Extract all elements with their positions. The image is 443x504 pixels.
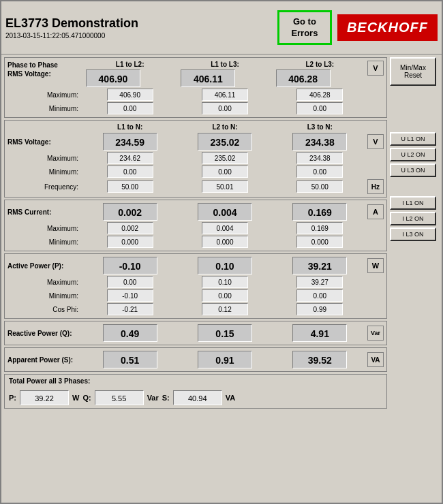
total-q-unit: Var <box>147 394 159 402</box>
p2p-col3-min: 0.00 <box>296 102 343 114</box>
apparent-power-title: Apparent Power (S): <box>7 356 82 364</box>
p2p-unit: V <box>367 61 384 76</box>
volt-col1-max: 234.62 <box>107 152 153 164</box>
rp-col3: 4.91 <box>292 324 347 342</box>
freq-unit: Hz <box>367 179 384 194</box>
volt-col2-main: 235.02 <box>198 133 252 151</box>
p2p-col3-header: L2 to L3: <box>273 61 367 68</box>
ap-col2-min: 0.00 <box>202 289 248 302</box>
volt-col2-max: 235.02 <box>202 152 248 164</box>
title-block: EL3773 Demonstration 2013-03-15-11:22:05… <box>5 16 272 40</box>
sp-unit: VA <box>367 352 384 367</box>
curr-col3-main: 0.169 <box>292 203 347 221</box>
volt-unit: V <box>367 134 384 149</box>
sp-col2: 0.91 <box>198 351 252 368</box>
beckhoff-logo: BECKHOFF <box>337 14 438 41</box>
app-title: EL3773 Demonstration <box>5 16 272 31</box>
rms-voltage-section: L1 to N: L2 to N: L3 to N: RMS Voltage: … <box>4 120 387 198</box>
p2p-col2-header: L1 to L3: <box>177 61 272 68</box>
curr-unit: A <box>367 204 384 219</box>
ap-max-label: Maximum: <box>7 279 82 286</box>
volt-col2-min: 0.00 <box>202 166 248 178</box>
ul-buttons-group: U L1 ON U L2 ON U L3 ON <box>390 132 439 177</box>
ul3-button[interactable]: U L3 ON <box>390 163 436 177</box>
ap-col3-min: 0.00 <box>296 289 343 302</box>
volt-max-label: Maximum: <box>7 155 82 162</box>
curr-col2-max: 0.004 <box>202 222 248 234</box>
ap-col3-max: 39.27 <box>296 276 343 288</box>
ul2-button[interactable]: U L2 ON <box>390 148 436 161</box>
ul1-button[interactable]: U L1 ON <box>390 132 436 146</box>
rp-col2: 0.15 <box>198 324 252 342</box>
rms-current-section: RMS Current: 0.002 0.004 0.169 A Maximum… <box>4 200 387 251</box>
volt-col1-min: 0.00 <box>107 166 153 178</box>
ap-col3-main: 39.21 <box>292 257 347 274</box>
curr-col1-min: 0.000 <box>107 236 153 248</box>
cosphi-col1: -0.21 <box>107 303 153 315</box>
rp-unit: Var <box>367 326 384 341</box>
curr-col1-main: 0.002 <box>103 203 157 221</box>
total-q-label: Q: <box>82 394 91 402</box>
freq-col1: 50.00 <box>107 180 153 193</box>
volt-col3-max: 234.38 <box>296 152 343 164</box>
freq-col2: 50.01 <box>202 180 248 193</box>
p2p-max-label: Maximum: <box>7 91 82 99</box>
volt-col3-header: L3 to N: <box>273 123 367 131</box>
cosphi-label: Cos Phi: <box>7 306 82 313</box>
p2p-col3-max: 406.28 <box>296 89 343 101</box>
total-s-unit: VA <box>226 394 235 402</box>
ap-col1-min: -0.10 <box>107 289 153 302</box>
right-panel: Min/Max Reset U L1 ON U L2 ON U L3 ON I … <box>390 57 439 500</box>
phase-to-phase-section: Phase to Phase RMS Voltage: L1 to L2: 40… <box>4 57 387 118</box>
rms-volt-title: RMS Voltage: <box>7 138 82 146</box>
active-power-section: Active Power (P): -0.10 0.10 39.21 W Max… <box>4 253 387 319</box>
header: EL3773 Demonstration 2013-03-15-11:22:05… <box>1 1 442 54</box>
content-area: Phase to Phase RMS Voltage: L1 to L2: 40… <box>1 54 442 503</box>
p2p-min-label: Minimum: <box>7 105 82 112</box>
freq-label: Frequency: <box>7 183 82 191</box>
curr-col1-max: 0.002 <box>107 222 153 234</box>
il2-button[interactable]: I L2 ON <box>390 212 436 225</box>
left-panel: Phase to Phase RMS Voltage: L1 to L2: 40… <box>4 57 387 500</box>
rp-col1: 0.49 <box>103 324 157 342</box>
curr-col2-main: 0.004 <box>198 203 252 221</box>
ap-col1-main: -0.10 <box>103 257 157 274</box>
p2p-col1-min: 0.00 <box>107 102 153 114</box>
curr-col3-min: 0.000 <box>296 236 343 248</box>
il1-button[interactable]: I L1 ON <box>390 196 436 210</box>
main-window: EL3773 Demonstration 2013-03-15-11:22:05… <box>0 0 443 504</box>
ap-unit: W <box>367 258 384 273</box>
total-p-unit: W <box>72 394 79 402</box>
p2p-col1-header: L1 to L2: <box>82 61 177 68</box>
total-s-label: S: <box>162 394 170 402</box>
p2p-col2-main: 406.11 <box>181 69 235 87</box>
rms-current-title: RMS Current: <box>7 208 82 216</box>
p2p-col2-min: 0.00 <box>202 102 248 114</box>
p2p-col2-max: 406.11 <box>202 89 248 101</box>
apparent-power-section: Apparent Power (S): 0.51 0.91 39.52 VA <box>4 347 387 372</box>
volt-col3-main: 234.38 <box>292 133 347 151</box>
curr-col2-min: 0.000 <box>202 236 248 248</box>
cosphi-col3: 0.99 <box>296 303 343 315</box>
volt-col2-header: L2 to N: <box>177 123 272 131</box>
ap-col2-main: 0.10 <box>198 257 252 274</box>
total-q-val: 5.55 <box>95 390 144 405</box>
curr-max-label: Maximum: <box>7 225 82 232</box>
il3-button[interactable]: I L3 ON <box>390 227 436 241</box>
ap-col1-max: 0.00 <box>107 276 153 288</box>
volt-min-label: Minimum: <box>7 168 82 176</box>
total-s-val: 40.94 <box>173 390 222 405</box>
p2p-title: Phase to Phase RMS Voltage: <box>7 61 82 78</box>
goto-errors-button[interactable]: Go to Errors <box>277 10 332 46</box>
timestamp: 2013-03-15-11:22:05.471000000 <box>5 32 272 40</box>
sp-col1: 0.51 <box>103 351 157 368</box>
volt-col1-header: L1 to N: <box>82 123 177 131</box>
minmax-reset-button[interactable]: Min/Max Reset <box>390 57 436 86</box>
ap-min-label: Minimum: <box>7 292 82 300</box>
ap-col2-max: 0.10 <box>202 276 248 288</box>
freq-col3: 50.00 <box>296 180 343 193</box>
total-p-val: 39.22 <box>20 390 69 405</box>
il-buttons-group: I L1 ON I L2 ON I L3 ON <box>390 196 439 241</box>
active-power-title: Active Power (P): <box>7 262 82 270</box>
curr-col3-max: 0.169 <box>296 222 343 234</box>
